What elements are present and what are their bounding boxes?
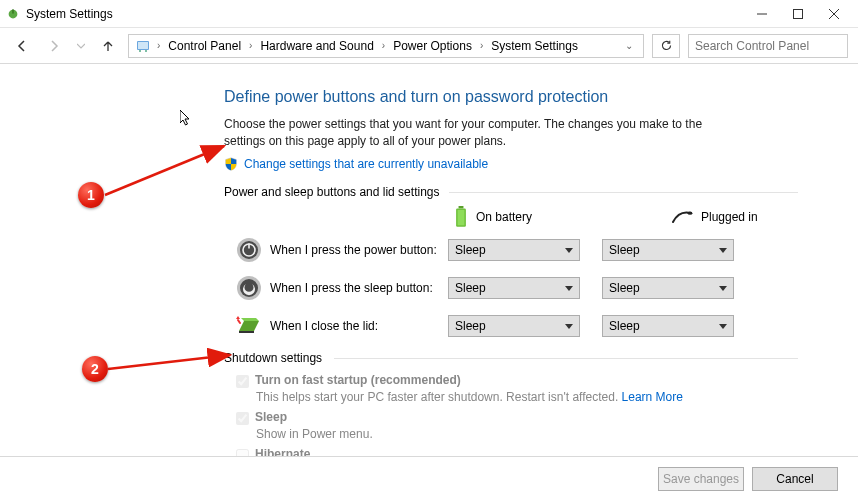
- fast-startup-title: Turn on fast startup (recommended): [255, 373, 461, 387]
- breadcrumb-power-options[interactable]: Power Options: [389, 37, 476, 55]
- plug-icon: [671, 210, 693, 224]
- svg-rect-2: [794, 9, 803, 18]
- section-label-buttons: Power and sleep buttons and lid settings: [224, 185, 798, 199]
- checkbox-sleep[interactable]: [236, 412, 249, 425]
- chevron-right-icon: ›: [155, 40, 162, 51]
- save-button[interactable]: Save changes: [658, 467, 744, 491]
- footer-bar: Save changes Cancel: [0, 456, 858, 500]
- content-area: Define power buttons and turn on passwor…: [0, 64, 858, 500]
- checkbox-hibernate[interactable]: [236, 449, 249, 456]
- combo-sleep-battery[interactable]: Sleep: [448, 277, 580, 299]
- row-sleep-label: When I press the sleep button:: [270, 281, 440, 295]
- breadcrumb-hardware-sound[interactable]: Hardware and Sound: [256, 37, 377, 55]
- learn-more-link[interactable]: Learn More: [622, 390, 683, 404]
- close-button[interactable]: [816, 4, 852, 24]
- shutdown-settings-group: Turn on fast startup (recommended) This …: [236, 373, 798, 456]
- nav-bar: › Control Panel › Hardware and Sound › P…: [0, 28, 858, 64]
- page-intro: Choose the power settings that you want …: [224, 116, 724, 151]
- power-icon: [6, 7, 20, 21]
- combo-power-plugged[interactable]: Sleep: [602, 239, 734, 261]
- minimize-button[interactable]: [744, 4, 780, 24]
- fast-startup-desc: This helps start your PC faster after sh…: [256, 390, 798, 404]
- chevron-right-icon: ›: [478, 40, 485, 51]
- control-panel-icon: [135, 38, 151, 54]
- search-input[interactable]: [695, 39, 841, 53]
- address-bar[interactable]: › Control Panel › Hardware and Sound › P…: [128, 34, 644, 58]
- combo-lid-battery[interactable]: Sleep: [448, 315, 580, 337]
- back-button[interactable]: [10, 34, 34, 58]
- column-plugged: Plugged in: [671, 210, 798, 224]
- recent-dropdown[interactable]: [74, 34, 88, 58]
- combo-sleep-plugged[interactable]: Sleep: [602, 277, 734, 299]
- svg-point-10: [688, 211, 693, 214]
- page-title: Define power buttons and turn on passwor…: [224, 88, 798, 106]
- maximize-button[interactable]: [780, 4, 816, 24]
- svg-point-6: [145, 50, 147, 52]
- chevron-right-icon: ›: [380, 40, 387, 51]
- change-settings-row: Change settings that are currently unava…: [224, 157, 798, 171]
- row-power-label: When I press the power button:: [270, 243, 440, 257]
- combo-power-battery[interactable]: Sleep: [448, 239, 580, 261]
- power-button-icon: [236, 237, 262, 263]
- column-battery: On battery: [454, 206, 581, 228]
- svg-rect-4: [138, 42, 148, 49]
- sleep-button-icon: [236, 275, 262, 301]
- svg-rect-1: [12, 9, 13, 13]
- title-bar: System Settings: [0, 0, 858, 28]
- battery-icon: [454, 206, 468, 228]
- row-lid-label: When I close the lid:: [270, 319, 440, 333]
- row-close-lid: When I close the lid: Sleep Sleep: [236, 313, 798, 339]
- sleep-title: Sleep: [255, 410, 287, 424]
- section-label-shutdown: Shutdown settings: [224, 351, 798, 365]
- shield-icon: [224, 157, 238, 171]
- checkbox-fast-startup-row: Turn on fast startup (recommended): [236, 373, 798, 388]
- change-settings-link[interactable]: Change settings that are currently unava…: [244, 157, 488, 171]
- forward-button[interactable]: [42, 34, 66, 58]
- breadcrumb-control-panel[interactable]: Control Panel: [164, 37, 245, 55]
- column-battery-label: On battery: [476, 210, 532, 224]
- chevron-right-icon: ›: [247, 40, 254, 51]
- cancel-button[interactable]: Cancel: [752, 467, 838, 491]
- row-sleep-button: When I press the sleep button: Sleep Sle…: [236, 275, 798, 301]
- page-body: Define power buttons and turn on passwor…: [0, 64, 858, 456]
- checkbox-hibernate-row: Hibernate: [236, 447, 798, 456]
- sleep-desc: Show in Power menu.: [256, 427, 798, 441]
- breadcrumb-system-settings[interactable]: System Settings: [487, 37, 582, 55]
- refresh-button[interactable]: [652, 34, 680, 58]
- combo-lid-plugged[interactable]: Sleep: [602, 315, 734, 337]
- window-title: System Settings: [26, 7, 113, 21]
- up-button[interactable]: [96, 34, 120, 58]
- column-plugged-label: Plugged in: [701, 210, 758, 224]
- fast-startup-desc-text: This helps start your PC faster after sh…: [256, 390, 622, 404]
- hibernate-title: Hibernate: [255, 447, 310, 456]
- column-headers: On battery Plugged in: [454, 207, 798, 227]
- svg-rect-14: [248, 243, 250, 248]
- svg-rect-9: [458, 210, 465, 225]
- address-dropdown-icon[interactable]: ⌄: [619, 40, 639, 51]
- svg-point-5: [139, 50, 141, 52]
- checkbox-fast-startup[interactable]: [236, 375, 249, 388]
- lid-icon: [236, 313, 262, 339]
- svg-rect-7: [459, 206, 464, 208]
- checkbox-sleep-row: Sleep: [236, 410, 798, 425]
- row-power-button: When I press the power button: Sleep Sle…: [236, 237, 798, 263]
- search-box[interactable]: [688, 34, 848, 58]
